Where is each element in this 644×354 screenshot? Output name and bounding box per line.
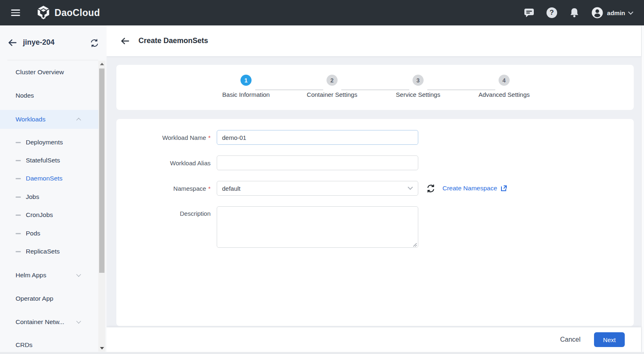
messages-icon[interactable]	[524, 7, 535, 18]
create-namespace-link[interactable]: Create Namespace	[442, 185, 508, 192]
step-label: Container Settings	[307, 91, 357, 98]
required-asterisk: *	[208, 185, 211, 192]
dash-icon	[16, 196, 21, 198]
window-bottom-edge	[0, 352, 644, 354]
brand: DaoCloud	[36, 5, 100, 20]
step-number: 3	[413, 75, 424, 86]
sidebar-item-statefulsets[interactable]: StatefulSets	[0, 151, 98, 169]
sidebar-back-icon[interactable]	[7, 38, 17, 49]
page-title: Create DaemonSets	[138, 37, 208, 45]
chevron-down-icon	[76, 272, 81, 276]
sidebar: jinye-204 Cluster Overview Nodes Workloa…	[0, 25, 107, 354]
next-button[interactable]: Next	[594, 332, 625, 347]
cancel-button[interactable]: Cancel	[560, 336, 581, 343]
basic-information-form: Workload Name* Workload Alias Namespace*…	[116, 119, 634, 326]
sidebar-item-deployments[interactable]: Deployments	[0, 133, 98, 151]
namespace-selected-value: default	[222, 185, 240, 192]
sidebar-item-container-network[interactable]: Container Netw...	[0, 313, 98, 331]
step-number: 1	[240, 75, 252, 86]
workload-name-input[interactable]	[217, 130, 418, 145]
hamburger-menu-icon[interactable]	[11, 9, 20, 16]
required-asterisk: *	[208, 134, 211, 141]
dash-icon	[16, 178, 21, 179]
form-row-namespace: Namespace* default	[116, 181, 634, 196]
dash-icon	[16, 142, 21, 143]
step-label: Service Settings	[396, 91, 440, 98]
sidebar-item-crds[interactable]: CRDs	[0, 336, 98, 354]
dash-icon	[16, 251, 21, 252]
dash-icon	[16, 215, 21, 216]
sidebar-scrollbar-thumb[interactable]	[99, 69, 104, 273]
sidebar-item-replicasets[interactable]: ReplicaSets	[0, 242, 98, 260]
stepper: 1 Basic Information 2 Container Settings…	[116, 65, 634, 110]
cluster-switch-icon[interactable]	[90, 39, 99, 49]
step-container-settings[interactable]: 2 Container Settings	[289, 75, 375, 110]
sidebar-scrollbar[interactable]	[98, 61, 105, 352]
sidebar-item-nodes[interactable]: Nodes	[0, 87, 98, 105]
sidebar-item-workloads[interactable]: Workloads	[0, 110, 98, 129]
step-label: Advanced Settings	[478, 91, 530, 98]
brand-name: DaoCloud	[54, 7, 100, 18]
sidebar-item-jobs[interactable]: Jobs	[0, 188, 98, 206]
form-row-workload-alias: Workload Alias	[116, 155, 634, 170]
step-label: Basic Information	[222, 91, 270, 98]
top-header: DaoCloud ? admin	[0, 0, 644, 25]
chevron-down-icon	[408, 185, 413, 190]
main-area: Create DaemonSets 1 Basic Information 2 …	[107, 25, 641, 354]
help-glyph: ?	[550, 9, 554, 17]
description-label: Description	[116, 206, 211, 217]
form-footer: Cancel Next	[107, 327, 641, 352]
user-menu[interactable]: admin	[591, 7, 633, 19]
sidebar-item-pods[interactable]: Pods	[0, 224, 98, 242]
sidebar-item-cluster-overview[interactable]: Cluster Overview	[0, 63, 98, 81]
user-avatar-icon	[591, 7, 603, 19]
workload-name-label: Workload Name*	[116, 134, 211, 141]
step-number: 2	[327, 75, 338, 86]
help-icon[interactable]: ?	[546, 7, 558, 18]
namespace-label: Namespace*	[116, 185, 211, 192]
chevron-down-icon	[76, 319, 81, 323]
sidebar-item-daemonsets[interactable]: DaemonSets	[0, 169, 98, 187]
scroll-up-arrow-icon[interactable]	[98, 61, 105, 67]
chevron-up-icon	[76, 118, 81, 122]
form-row-workload-name: Workload Name*	[116, 130, 634, 145]
step-service-settings[interactable]: 3 Service Settings	[375, 75, 461, 110]
notifications-bell-icon[interactable]	[569, 7, 580, 18]
workload-alias-input[interactable]	[217, 155, 418, 170]
step-advanced-settings[interactable]: 4 Advanced Settings	[461, 75, 547, 110]
sidebar-divider	[7, 60, 98, 60]
namespace-select[interactable]: default	[217, 181, 418, 196]
user-name: admin	[607, 9, 625, 16]
content: 1 Basic Information 2 Container Settings…	[107, 56, 641, 327]
page-scrollbar[interactable]	[641, 25, 644, 354]
namespace-refresh-icon[interactable]	[426, 184, 435, 193]
scroll-down-arrow-icon[interactable]	[98, 345, 105, 352]
sidebar-item-operator-app[interactable]: Operator App	[0, 290, 98, 308]
cluster-name: jinye-204	[23, 38, 54, 47]
page-back-icon[interactable]	[120, 37, 129, 45]
description-textarea[interactable]	[217, 206, 418, 248]
daocloud-logo-icon	[36, 5, 50, 20]
dash-icon	[16, 233, 21, 234]
step-basic-information[interactable]: 1 Basic Information	[203, 75, 289, 110]
sidebar-item-helm-apps[interactable]: Helm Apps	[0, 266, 98, 284]
dash-icon	[16, 160, 21, 161]
sidebar-item-cronjobs[interactable]: CronJobs	[0, 206, 98, 224]
workload-alias-label: Workload Alias	[116, 160, 211, 167]
form-row-description: Description	[116, 206, 634, 249]
step-number: 4	[499, 75, 510, 86]
chevron-down-icon	[628, 9, 633, 15]
page-header: Create DaemonSets	[107, 25, 641, 56]
external-link-icon	[500, 185, 508, 192]
